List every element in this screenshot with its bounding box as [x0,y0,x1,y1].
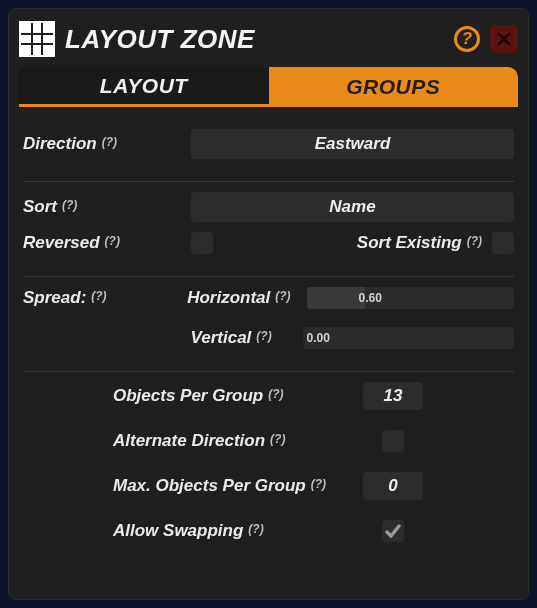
spread-label-text: Spread: [23,288,86,308]
allow-swapping-checkbox[interactable] [382,520,404,542]
help-icon[interactable]: (?) [102,135,117,149]
reversed-label: Reversed (?) [23,233,191,253]
reversed-checkbox[interactable] [191,232,213,254]
spread-vertical-slider[interactable]: 0.00 [303,327,514,349]
spread-horizontal-slider[interactable]: 0.60 [307,287,514,309]
direction-row: Direction (?) Eastward [23,129,514,159]
separator [23,371,514,372]
objects-per-group-label: Objects Per Group (?) [113,386,363,406]
max-objects-input[interactable]: 0 [363,472,423,500]
direction-label: Direction (?) [23,134,191,154]
sort-existing-label-text: Sort Existing [357,233,462,253]
alternate-direction-checkbox[interactable] [382,430,404,452]
tab-bar: LAYOUT GROUPS [19,67,518,107]
close-icon [496,31,512,47]
reversed-label-text: Reversed [23,233,100,253]
spread-vertical-value: 0.00 [307,331,330,345]
help-icon[interactable]: (?) [105,234,120,248]
layout-zone-panel: LAYOUT ZONE ? LAYOUT GROUPS Direction (?… [8,8,529,600]
allow-swapping-label-text: Allow Swapping [113,521,243,541]
max-objects-label-text: Max. Objects Per Group [113,476,306,496]
spread-horizontal-value: 0.60 [359,291,382,305]
sort-existing-label: Sort Existing (?) [357,233,482,253]
objects-per-group-label-text: Objects Per Group [113,386,263,406]
sort-label: Sort (?) [23,197,191,217]
sort-sub-row: Reversed (?) Sort Existing (?) [23,232,514,254]
check-icon [384,522,402,540]
panel-title: LAYOUT ZONE [65,24,454,55]
spread-vertical-label-text: Vertical [191,328,252,348]
spread-horizontal-label-text: Horizontal [187,288,270,308]
alternate-direction-row: Alternate Direction (?) [113,430,514,452]
separator [23,181,514,182]
spread-horizontal-label: Horizontal (?) [187,288,290,308]
spread-label: Spread: (?) [23,288,187,308]
alternate-direction-label: Alternate Direction (?) [113,431,363,451]
spread-row: Spread: (?) Horizontal (?) 0.60 [23,287,514,309]
spread-vertical-label: Vertical (?) [191,328,303,348]
objects-per-group-input[interactable]: 13 [363,382,423,410]
options-block: Objects Per Group (?) 13 Alternate Direc… [113,382,514,542]
sort-existing-checkbox[interactable] [492,232,514,254]
help-icon[interactable]: (?) [256,329,271,343]
direction-label-text: Direction [23,134,97,154]
help-icon[interactable]: (?) [268,387,283,401]
help-icon[interactable]: (?) [275,289,290,303]
grid-icon [19,21,55,57]
tab-layout[interactable]: LAYOUT [19,67,269,107]
separator [23,276,514,277]
help-icon[interactable]: (?) [311,477,326,491]
help-icon[interactable]: (?) [248,522,263,536]
alternate-direction-label-text: Alternate Direction [113,431,265,451]
allow-swapping-label: Allow Swapping (?) [113,521,363,541]
help-icon[interactable]: (?) [91,289,106,303]
tab-groups[interactable]: GROUPS [269,67,519,107]
max-objects-row: Max. Objects Per Group (?) 0 [113,472,514,500]
objects-per-group-row: Objects Per Group (?) 13 [113,382,514,410]
help-icon[interactable]: (?) [62,198,77,212]
direction-dropdown[interactable]: Eastward [191,129,514,159]
sort-row: Sort (?) Name [23,192,514,222]
panel-header: LAYOUT ZONE ? [19,17,518,61]
help-button[interactable]: ? [454,26,480,52]
help-icon[interactable]: (?) [467,234,482,248]
allow-swapping-row: Allow Swapping (?) [113,520,514,542]
help-icon[interactable]: (?) [270,432,285,446]
sort-label-text: Sort [23,197,57,217]
panel-body: Direction (?) Eastward Sort (?) Name Rev… [19,107,518,542]
spread-vertical-row: Vertical (?) 0.00 [23,327,514,349]
max-objects-label: Max. Objects Per Group (?) [113,476,363,496]
close-button[interactable] [490,25,518,53]
sort-dropdown[interactable]: Name [191,192,514,222]
